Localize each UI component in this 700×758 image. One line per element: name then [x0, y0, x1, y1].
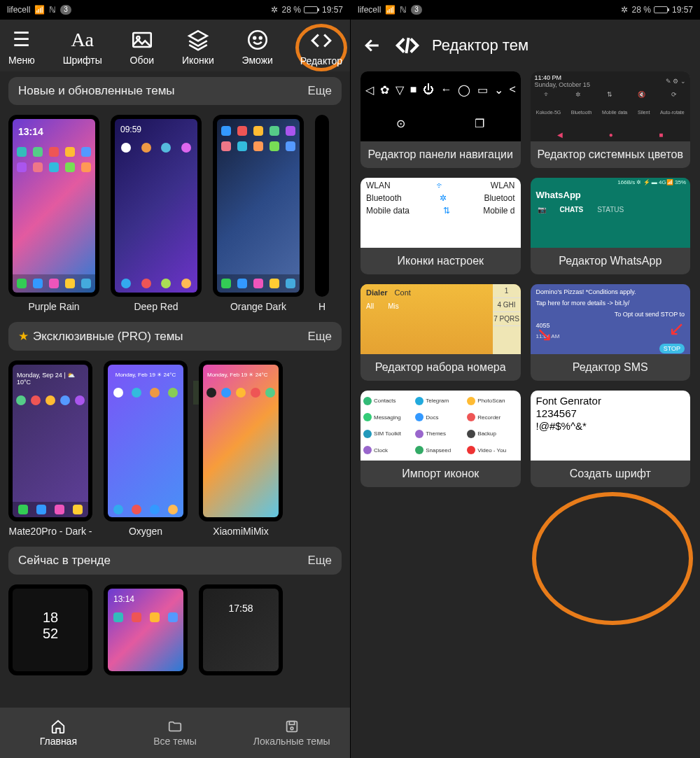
theme-card[interactable]: Orange Dark: [213, 115, 304, 312]
theme-card[interactable]: Monday, Feb 19 ☀ 24°C XiaomiMiMix: [199, 360, 283, 537]
carrier-label: lifecell: [358, 5, 381, 15]
wallpaper-button[interactable]: Обои: [126, 25, 159, 70]
font-icon: Aa: [71, 28, 94, 52]
editor-title: Редактор тем: [432, 36, 528, 55]
nav-local-themes[interactable]: Локальные темы: [233, 708, 350, 758]
code-icon: [394, 32, 421, 59]
clock: 19:57: [672, 5, 693, 15]
new-themes-list[interactable]: 13:14 Purple Rain 09:59 Deep Red: [0, 108, 350, 316]
emoji-button[interactable]: Эможи: [238, 25, 277, 70]
battery-indicator: 28 %: [282, 5, 318, 15]
theme-card[interactable]: 13:14 Purple Rain: [8, 115, 99, 312]
signal-icon: 📶: [385, 5, 396, 15]
preview: WLANᯤWLAN Bluetooth✲Bluetoot Mobile data…: [360, 178, 521, 248]
bluetooth-icon: ✲: [621, 5, 628, 15]
preview: Contacts Telegram PhotoScan Messaging Do…: [360, 391, 521, 461]
battery-indicator: 28 %: [632, 5, 668, 15]
top-toolbar: ☰ Меню Aa Шрифты Обои Иконки Эможи Редак…: [0, 20, 350, 71]
section-pro-themes: ★Эксклюзивные (PRO) темы Еще: [8, 322, 342, 351]
card-system-colors[interactable]: 11:40 PMSunday, October 15✎ ⚙ ⌄ ᯤ✲⇅🔇⟳ Ko…: [531, 71, 691, 168]
star-icon: ★: [18, 330, 29, 343]
highlight-circle: [532, 492, 693, 625]
section-trending: Сейчас в тренде Еще: [8, 547, 342, 575]
svg-point-4: [260, 37, 262, 39]
card-sms-editor[interactable]: Domino's Pizzas! *Conditions apply. Tap …: [531, 284, 691, 381]
card-import-icons[interactable]: Contacts Telegram PhotoScan Messaging Do…: [360, 391, 521, 487]
more-link-trend[interactable]: Еще: [307, 554, 332, 568]
theme-card[interactable]: 1852: [8, 584, 92, 675]
card-whatsapp-editor[interactable]: 166B/s ✲ ⚡ ▬ 4G📶 35% WhatsApp 📷CHATSSTAT…: [531, 178, 691, 274]
save-icon: [284, 719, 300, 734]
notif-count: 3: [60, 5, 71, 15]
svg-point-2: [248, 31, 267, 49]
folder-icon: [167, 719, 183, 734]
svg-point-7: [290, 727, 293, 730]
menu-button[interactable]: ☰ Меню: [4, 25, 39, 70]
card-create-font[interactable]: Font Genrator 1234567 !@#$%^&* Создать ш…: [531, 391, 691, 487]
section-new-themes: Новые и обновленные темы Еще: [8, 77, 342, 105]
icons-button[interactable]: Иконки: [178, 25, 218, 70]
signal-icon: 📶: [34, 5, 45, 15]
more-link-new[interactable]: Еще: [307, 84, 332, 98]
preview: ◁✿▽■⏻ ←◯▭ ⌄<⊙❐: [360, 71, 521, 141]
status-bar: lifecell 📶 ℕ 3 ✲ 28 % 19:57: [0, 0, 350, 20]
preview: Domino's Pizzas! *Conditions apply. Tap …: [531, 284, 691, 354]
editor-header: Редактор тем: [351, 20, 700, 66]
code-icon: [309, 29, 333, 52]
fonts-button[interactable]: Aa Шрифты: [59, 25, 106, 70]
card-nav-editor[interactable]: ◁✿▽■⏻ ←◯▭ ⌄<⊙❐ Редактор панели навигации: [360, 71, 521, 168]
back-icon[interactable]: [362, 35, 383, 56]
preview: Font Genrator 1234567 !@#$%^&*: [531, 391, 691, 461]
editor-grid: ◁✿▽■⏻ ←◯▭ ⌄<⊙❐ Редактор панели навигации…: [351, 66, 700, 493]
carrier-label: lifecell: [7, 5, 30, 15]
theme-card[interactable]: H: [315, 115, 329, 312]
theme-card[interactable]: 17:58: [199, 584, 283, 675]
theme-card[interactable]: 09:59 Deep Red: [111, 115, 202, 312]
layers-icon: [186, 28, 210, 52]
bottom-nav: Главная Все темы Локальные темы: [0, 708, 350, 758]
nfc-icon: ℕ: [49, 5, 56, 15]
nfc-icon: ℕ: [400, 5, 407, 15]
nav-all-themes[interactable]: Все темы: [117, 708, 234, 758]
theme-card[interactable]: 13:14: [104, 584, 188, 675]
card-settings-icons[interactable]: WLANᯤWLAN Bluetooth✲Bluetoot Mobile data…: [360, 178, 521, 274]
preview: 166B/s ✲ ⚡ ▬ 4G📶 35% WhatsApp 📷CHATSSTAT…: [531, 178, 691, 248]
bluetooth-icon: ✲: [271, 5, 278, 15]
themes-home-pane: lifecell 📶 ℕ 3 ✲ 28 % 19:57 ☰ Меню Aa Шр…: [0, 0, 350, 758]
theme-card[interactable]: Monday, Sep 24 | ⛅ 10°C Mate20Pro - Dark…: [8, 360, 92, 537]
notif-count: 3: [411, 5, 422, 15]
trending-list[interactable]: 1852 13:14 17:58: [0, 577, 350, 675]
svg-rect-6: [289, 722, 294, 725]
home-icon: [50, 719, 66, 734]
image-icon: [130, 28, 154, 52]
clock: 19:57: [322, 5, 343, 15]
theme-card[interactable]: Monday, Feb 19 ☀ 24°C Oxygen: [104, 360, 188, 537]
pro-themes-list[interactable]: Monday, Sep 24 | ⛅ 10°C Mate20Pro - Dark…: [0, 353, 350, 541]
svg-line-8: [406, 38, 408, 53]
editor-button[interactable]: Редактор: [295, 24, 347, 71]
theme-editor-pane: lifecell 📶 ℕ 3 ✲ 28 % 19:57 Редактор тем…: [350, 0, 700, 758]
preview: DialerCont AllMis 14 GHI7 PQRS: [360, 284, 521, 354]
card-dialer-editor[interactable]: DialerCont AllMis 14 GHI7 PQRS Редактор …: [360, 284, 521, 381]
status-bar: lifecell 📶 ℕ 3 ✲ 28 % 19:57: [351, 0, 700, 20]
hamburger-icon: ☰: [10, 28, 34, 52]
svg-point-3: [253, 37, 255, 39]
smile-icon: [246, 28, 270, 52]
preview: 11:40 PMSunday, October 15✎ ⚙ ⌄ ᯤ✲⇅🔇⟳ Ko…: [531, 71, 691, 141]
more-link-pro[interactable]: Еще: [307, 330, 332, 344]
nav-home[interactable]: Главная: [0, 708, 117, 758]
